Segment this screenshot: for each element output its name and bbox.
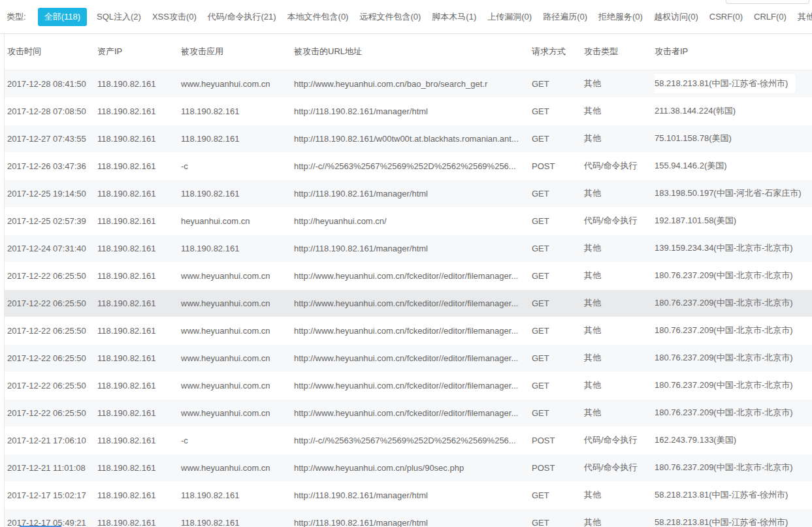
cell-attack-type: 其他	[584, 481, 655, 509]
table-row[interactable]: 2017-12-28 08:41:50 118.190.82.161 www.h…	[5, 70, 812, 97]
cell-attack-time: 2017-12-22 06:25:50	[5, 372, 97, 399]
cell-attacked-app: www.heyuanhui.com.cn	[181, 289, 294, 317]
cell-attacker-ip: 192.187.101.58(美国)	[655, 207, 812, 234]
cell-attack-time: 2017-12-28 08:41:50	[5, 70, 97, 97]
cell-attacked-url: http://www.heyuanhui.com.cn/fckeditor//e…	[294, 317, 532, 344]
table-row[interactable]: 2017-12-24 07:31:40 118.190.82.161 118.1…	[5, 234, 812, 262]
attack-log-table-wrap: 攻击时间 资产IP 被攻击应用 被攻击的URL地址 请求方式 攻击类型 攻击者I…	[4, 34, 812, 527]
cell-attack-time: 2017-12-22 06:25:50	[5, 289, 97, 317]
cell-request-method: GET	[532, 317, 584, 344]
cell-attacked-app: www.heyuanhui.com.cn	[181, 372, 294, 399]
filter-tab-13[interactable]: 其他(94)	[796, 8, 812, 26]
cell-attack-time: 2017-12-21 17:06:10	[5, 426, 97, 454]
filter-tab-0[interactable]: 全部(118)	[38, 8, 87, 26]
filter-tab-6[interactable]: 脚本木马(1)	[430, 8, 478, 26]
cell-attack-type: 代码/命令执行	[584, 207, 655, 234]
table-row[interactable]: 2017-12-21 17:06:10 118.190.82.161 -c ht…	[5, 426, 812, 454]
cell-attack-type: 其他	[584, 372, 655, 399]
cell-attacked-url: http://www.heyuanhui.com.cn/bao_bro/sear…	[294, 70, 532, 97]
cell-attack-time: 2017-12-22 06:25:50	[5, 262, 97, 289]
cell-attacker-ip: 180.76.237.209(中国-北京市-北京市)	[655, 454, 812, 481]
cell-attack-time: 2017-12-26 03:47:36	[5, 152, 97, 180]
col-header-attacked-app: 被攻击应用	[181, 34, 294, 70]
cell-attacked-app: www.heyuanhui.com.cn	[181, 262, 294, 289]
filter-tabs: 全部(118)SQL注入(2)XSS攻击(0)代码/命令执行(21)本地文件包含…	[38, 8, 812, 26]
cell-request-method: GET	[532, 509, 584, 527]
cell-asset-ip: 118.190.82.161	[97, 234, 181, 262]
table-row[interactable]: 2017-12-22 06:25:50 118.190.82.161 www.h…	[5, 399, 812, 426]
cell-attacked-url: http://118.190.82.161/manager/html	[294, 509, 532, 527]
filter-tab-10[interactable]: 越权访问(0)	[653, 8, 700, 26]
cell-attacked-app: 118.190.82.161	[181, 180, 294, 207]
cell-attacker-ip: 139.159.234.34(中国-北京市-北京市)	[655, 234, 812, 262]
cell-request-method: POST	[532, 426, 584, 454]
filter-tab-3[interactable]: 代码/命令执行(21)	[206, 8, 278, 26]
cell-attacker-ip: 155.94.146.2(美国)	[655, 152, 812, 180]
cell-request-method: GET	[532, 125, 584, 152]
table-row[interactable]: 2017-12-28 07:08:50 118.190.82.161 118.1…	[5, 97, 812, 125]
cell-attacked-url: http://118.190.82.161/manager/html	[294, 97, 532, 125]
cell-attacker-ip: 180.76.237.209(中国-北京市-北京市)	[655, 289, 812, 317]
cell-attacked-app: 118.190.82.161	[181, 125, 294, 152]
cell-attack-type: 其他	[584, 289, 655, 317]
filter-tab-12[interactable]: CRLF(0)	[753, 8, 788, 25]
col-header-attack-type: 攻击类型	[584, 34, 655, 70]
col-header-request-method: 请求方式	[532, 34, 584, 70]
cell-attacker-ip: 180.76.237.209(中国-北京市-北京市)	[655, 262, 812, 289]
filter-tab-9[interactable]: 拒绝服务(0)	[597, 8, 644, 26]
cell-attacked-url: http://www.heyuanhui.com.cn/fckeditor//e…	[294, 344, 532, 372]
cell-attacked-url: http://www.heyuanhui.com.cn/fckeditor//e…	[294, 289, 532, 317]
cell-attacked-url: http://www.heyuanhui.com.cn/plus/90sec.p…	[294, 454, 532, 481]
filter-tab-2[interactable]: XSS攻击(0)	[151, 8, 198, 26]
cell-request-method: GET	[532, 344, 584, 372]
cell-asset-ip: 118.190.82.161	[97, 372, 181, 399]
filter-tab-5[interactable]: 远程文件包含(0)	[358, 8, 422, 26]
table-row[interactable]: 2017-12-22 06:25:50 118.190.82.161 www.h…	[5, 372, 812, 399]
cell-asset-ip: 118.190.82.161	[97, 207, 181, 234]
cell-request-method: GET	[532, 207, 584, 234]
table-row[interactable]: 2017-12-22 06:25:50 118.190.82.161 www.h…	[5, 262, 812, 289]
cell-attack-type: 其他	[584, 399, 655, 426]
filter-tab-1[interactable]: SQL注入(2)	[95, 8, 142, 26]
cell-attack-time: 2017-12-17 15:02:17	[5, 481, 97, 509]
cell-attack-type: 其他	[584, 344, 655, 372]
table-row[interactable]: 2017-12-17 05:49:21 118.190.82.161 118.1…	[5, 509, 812, 527]
table-row[interactable]: 2017-12-27 07:43:55 118.190.82.161 118.1…	[5, 125, 812, 152]
table-row[interactable]: 2017-12-22 06:25:50 118.190.82.161 www.h…	[5, 289, 812, 317]
table-row[interactable]: 2017-12-17 15:02:17 118.190.82.161 118.1…	[5, 481, 812, 509]
filter-tab-8[interactable]: 路径遍历(0)	[542, 8, 589, 26]
cell-attacked-app: 118.190.82.161	[181, 97, 294, 125]
filter-tab-11[interactable]: CSRF(0)	[708, 8, 744, 25]
cell-asset-ip: 118.190.82.161	[97, 125, 181, 152]
cell-attacked-app: www.heyuanhui.com.cn	[181, 317, 294, 344]
cell-attacker-ip: 183.198.50.197(中国-河北省-石家庄市)	[655, 180, 812, 207]
filter-bar: 类型: 全部(118)SQL注入(2)XSS攻击(0)代码/命令执行(21)本地…	[0, 0, 812, 34]
cell-attacked-url: http://www.heyuanhui.com.cn/fckeditor//e…	[294, 372, 532, 399]
cell-attacked-url: http://118.190.82.161/manager/html	[294, 180, 532, 207]
cell-attacked-url: http://www.heyuanhui.com.cn/fckeditor//e…	[294, 399, 532, 426]
filter-tab-4[interactable]: 本地文件包含(0)	[286, 8, 350, 26]
cell-attacked-app: -c	[181, 152, 294, 180]
table-row[interactable]: 2017-12-21 11:01:08 118.190.82.161 www.h…	[5, 454, 812, 481]
table-row[interactable]: 2017-12-26 03:47:36 118.190.82.161 -c ht…	[5, 152, 812, 180]
cell-attacker-ip: 180.76.237.209(中国-北京市-北京市)	[655, 317, 812, 344]
table-row[interactable]: 2017-12-25 02:57:39 118.190.82.161 heyua…	[5, 207, 812, 234]
cell-attack-type: 其他	[584, 180, 655, 207]
table-row[interactable]: 2017-12-25 19:14:50 118.190.82.161 118.1…	[5, 180, 812, 207]
cell-attacker-ip: 58.218.213.81(中国-江苏省-徐州市)	[655, 481, 812, 509]
table-row[interactable]: 2017-12-22 06:25:50 118.190.82.161 www.h…	[5, 344, 812, 372]
cell-attacked-app: heyuanhui.com.cn	[181, 207, 294, 234]
cell-attacked-app: www.heyuanhui.com.cn	[181, 454, 294, 481]
cell-attacked-app: www.heyuanhui.com.cn	[181, 399, 294, 426]
cell-attack-type: 代码/命令执行	[584, 426, 655, 454]
cutoff-button-top-right[interactable]	[726, 0, 809, 4]
cell-attacked-url: http://heyuanhui.com.cn/	[294, 207, 532, 234]
attack-log-table: 攻击时间 资产IP 被攻击应用 被攻击的URL地址 请求方式 攻击类型 攻击者I…	[5, 34, 812, 527]
cell-attacked-url: http://www.heyuanhui.com.cn/fckeditor//e…	[294, 262, 532, 289]
table-row[interactable]: 2017-12-22 06:25:50 118.190.82.161 www.h…	[5, 317, 812, 344]
cell-attacker-ip: 180.76.237.209(中国-北京市-北京市)	[655, 399, 812, 426]
filter-tab-7[interactable]: 上传漏洞(0)	[486, 8, 533, 26]
cell-attack-type: 其他	[584, 234, 655, 262]
cell-attacked-app: 118.190.82.161	[181, 234, 294, 262]
cell-attack-type: 其他	[584, 125, 655, 152]
